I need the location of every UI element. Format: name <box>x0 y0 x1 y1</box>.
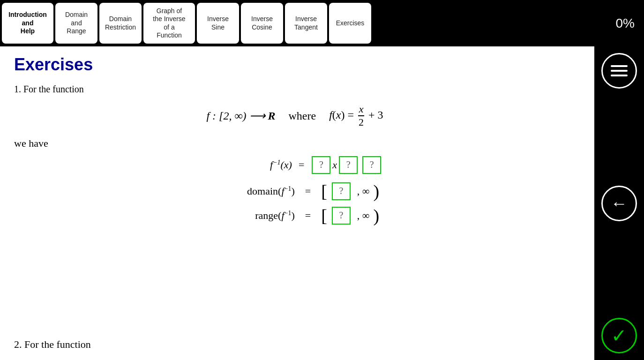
hamburger-line-2 <box>611 70 628 72</box>
problem2-intro: 2. For the function <box>14 338 91 351</box>
domain-row: domain(f−1) = [ ? , ∞ ) <box>14 182 576 200</box>
hamburger-icon <box>611 65 628 76</box>
check-button[interactable]: ✓ <box>601 318 637 353</box>
we-have-text: we have <box>14 137 576 150</box>
progress-indicator: 0% <box>605 3 642 44</box>
back-button[interactable]: ← <box>601 186 637 221</box>
x-variable: x <box>332 159 337 171</box>
tab-inverse-sine[interactable]: InverseSine <box>197 3 239 44</box>
function-formula: f(x) = x 2 + 3 <box>329 103 383 129</box>
equals-sign-1: = <box>299 159 304 171</box>
range-comma-inf: , ∞ <box>357 210 370 222</box>
equals-sign-2: = <box>305 185 311 197</box>
where-label: where <box>289 110 316 122</box>
check-icon: ✓ <box>611 325 627 347</box>
back-arrow-icon: ← <box>611 194 628 213</box>
tab-exercises[interactable]: Exercises <box>329 3 371 44</box>
fraction-x-over-2: x 2 <box>358 103 365 129</box>
range-open-bracket: [ <box>321 207 327 225</box>
page-title: Exercises <box>14 55 576 75</box>
function-definition: f : [2, ∞) ⟶ R where f(x) = x 2 + 3 <box>14 103 576 129</box>
top-navigation: IntroductionandHelp DomainandRange Domai… <box>0 0 644 46</box>
equals-sign-3: = <box>305 210 311 222</box>
problem1-intro: 1. For the function <box>14 84 576 95</box>
range-row: range(f−1) = [ ? , ∞ ) <box>14 207 576 225</box>
tab-domain-range[interactable]: DomainandRange <box>55 3 97 44</box>
problem1-prefix: 1. For the function <box>14 84 84 94</box>
right-sidebar: ← ✓ <box>594 46 644 360</box>
hamburger-line-1 <box>611 65 628 67</box>
answer-box-range[interactable]: ? <box>332 207 351 225</box>
domain-label: domain(f−1) <box>210 185 295 197</box>
fraction-denominator: 2 <box>358 116 365 128</box>
inverse-label: f−1(x) <box>208 159 292 171</box>
main-content-area: Exercises 1. For the function f : [2, ∞)… <box>0 46 594 360</box>
answer-box-coefficient[interactable]: ? <box>312 156 330 174</box>
fraction-numerator: x <box>358 103 365 116</box>
inverse-function-row: f−1(x) = ? x ? ? <box>14 156 576 174</box>
function-domain-map: f : [2, ∞) ⟶ R <box>206 109 275 122</box>
answer-box-domain[interactable]: ? <box>332 182 351 200</box>
domain-close-paren: ) <box>374 182 380 200</box>
range-label: range(f−1) <box>210 210 295 222</box>
hamburger-line-3 <box>611 75 628 76</box>
tab-inverse-cosine[interactable]: InverseCosine <box>241 3 283 44</box>
tab-intro[interactable]: IntroductionandHelp <box>2 3 53 44</box>
range-close-paren: ) <box>374 207 380 225</box>
tab-domain-restriction[interactable]: DomainRestriction <box>99 3 142 44</box>
problem2-prefix: 2. For the function <box>14 338 91 350</box>
answer-box-operator[interactable]: ? <box>339 156 358 174</box>
menu-button[interactable] <box>601 53 637 89</box>
domain-comma-inf: , ∞ <box>357 185 370 197</box>
tab-inverse-tangent[interactable]: InverseTangent <box>285 3 327 44</box>
domain-open-bracket: [ <box>321 182 327 200</box>
tab-graph-inverse[interactable]: Graph ofthe Inverseof aFunction <box>143 3 195 44</box>
progress-text: 0% <box>616 16 635 31</box>
answer-box-constant[interactable]: ? <box>362 156 381 174</box>
